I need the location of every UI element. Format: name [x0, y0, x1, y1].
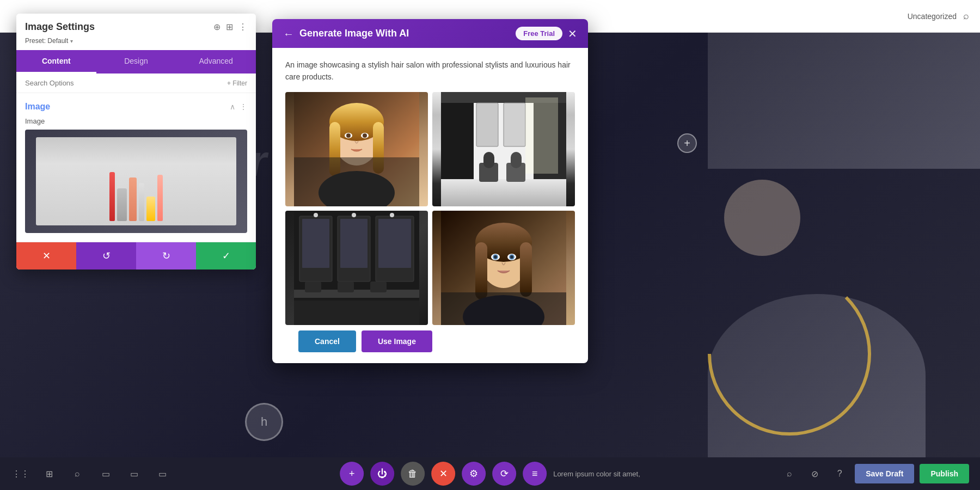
search-btn-right[interactable]: ⌕ [780, 464, 799, 483]
svg-point-35 [314, 213, 318, 217]
list-button[interactable]: ≡ [523, 462, 547, 486]
ai-prompt-text: An image showcasing a stylish hair salon… [285, 59, 575, 83]
search-icon[interactable]: ⌕ [68, 464, 87, 483]
close-modal-button[interactable]: ✕ [568, 28, 577, 39]
power-button[interactable]: ⏻ [370, 462, 394, 486]
product-bottle-1 [109, 172, 115, 221]
section-title: Image [25, 102, 50, 112]
svg-rect-21 [504, 103, 525, 146]
svg-rect-19 [511, 152, 522, 168]
ai-modal-title-group: ← Generate Image With AI [283, 28, 409, 39]
circle-nav-button[interactable]: h [245, 403, 283, 441]
product-bottle-5 [146, 197, 155, 221]
tab-content[interactable]: Content [16, 50, 96, 74]
ai-modal-header-right: Free Trial ✕ [516, 27, 577, 40]
save-draft-button[interactable]: Save Draft [855, 464, 914, 483]
free-trial-badge[interactable]: Free Trial [516, 27, 562, 40]
publish-button[interactable]: Publish [920, 464, 969, 483]
tablet-icon[interactable]: ▭ [124, 464, 144, 483]
svg-rect-34 [294, 301, 419, 325]
back-button[interactable]: ← [283, 28, 294, 39]
settings-button[interactable]: ⚙ [462, 462, 486, 486]
search-options-bar: + Filter [16, 74, 256, 93]
delete-button[interactable]: 🗑 [401, 462, 425, 486]
search-options-input[interactable] [25, 79, 223, 87]
svg-rect-20 [476, 103, 498, 146]
product-bottle-6 [157, 175, 163, 221]
ai-image-2 [432, 92, 575, 206]
canvas-add-button[interactable]: + [677, 133, 697, 153]
product-bottle-3 [129, 177, 137, 221]
ai-image-cell-4[interactable] [432, 211, 575, 325]
bottom-toolbar-left: ⋮⋮ ⊞ ⌕ ▭ ▭ ▭ [11, 464, 172, 483]
svg-point-8 [363, 133, 367, 138]
bottom-toolbar-right: ⌕ ⊘ ? Save Draft Publish [780, 464, 969, 483]
bottom-toolbar: ⋮⋮ ⊞ ⌕ ▭ ▭ ▭ + ⏻ 🗑 ✕ ⚙ ⟳ ≡ Lorem ipsum c… [0, 457, 980, 490]
panel-preset: Preset: Default ▾ [16, 37, 256, 50]
search-icon-top[interactable]: ⌕ [963, 10, 969, 22]
expand-icon[interactable]: ⊕ [213, 22, 220, 32]
add-element-button[interactable]: + [340, 462, 364, 486]
panel-body: Image ∧ ⋮ Image [16, 93, 256, 242]
menu-icon[interactable]: ⋮⋮ [11, 464, 30, 483]
ai-image-grid [285, 92, 575, 325]
redo-button[interactable]: ↻ [136, 242, 196, 270]
mobile-icon[interactable]: ▭ [152, 464, 172, 483]
filter-button[interactable]: + Filter [227, 79, 247, 87]
desktop-icon[interactable]: ▭ [96, 464, 115, 483]
ai-use-image-button[interactable]: Use Image [362, 330, 432, 352]
circle-element-right [724, 180, 800, 256]
ai-image-3 [285, 211, 428, 325]
uncategorized-label: Uncategorized [908, 12, 957, 21]
svg-point-36 [352, 213, 356, 217]
ai-modal-body: An image showcasing a stylish hair salon… [272, 48, 588, 363]
bg-blob-1 [708, 33, 980, 169]
svg-rect-17 [483, 152, 494, 168]
image-field-label: Image [25, 117, 247, 125]
svg-rect-29 [378, 219, 411, 268]
ai-image-cell-3[interactable] [285, 211, 428, 325]
svg-rect-41 [475, 242, 487, 299]
more-icon[interactable]: ⋮ [238, 22, 247, 32]
help-btn[interactable]: ? [830, 464, 849, 483]
ai-image-4 [432, 211, 575, 325]
ai-modal-footer: Cancel Use Image [285, 325, 575, 352]
image-preview-inner [25, 130, 247, 233]
section-more-icon[interactable]: ⋮ [240, 102, 247, 111]
svg-point-45 [494, 255, 497, 259]
tab-advanced[interactable]: Advanced [176, 50, 256, 74]
bottom-toolbar-center: + ⏻ 🗑 ✕ ⚙ ⟳ ≡ Lorem ipsum color sit amet… [340, 462, 640, 486]
grid-icon[interactable]: ⊞ [39, 464, 59, 483]
close-button[interactable]: ✕ [431, 462, 455, 486]
svg-point-48 [510, 255, 513, 259]
refresh-button[interactable]: ⟳ [492, 462, 516, 486]
svg-rect-15 [441, 179, 566, 206]
cancel-button[interactable]: ✕ [16, 242, 76, 270]
product-bottle-4 [139, 183, 144, 221]
panel-title: Image Settings [25, 21, 95, 33]
ai-modal: ← Generate Image With AI Free Trial ✕ An… [272, 19, 588, 363]
undo-button[interactable]: ↺ [76, 242, 136, 270]
split-icon[interactable]: ⊞ [226, 22, 233, 32]
ai-image-cell-1[interactable] [285, 92, 428, 206]
svg-point-6 [346, 133, 351, 138]
svg-rect-28 [340, 219, 367, 268]
layers-btn[interactable]: ⊘ [805, 464, 824, 483]
svg-rect-32 [338, 281, 354, 292]
ai-image-1 [285, 92, 428, 206]
collapse-icon[interactable]: ∧ [230, 102, 235, 111]
product-bottle-2 [117, 188, 127, 221]
svg-rect-10 [294, 157, 419, 206]
ai-modal-title: Generate Image With AI [299, 28, 409, 39]
confirm-button[interactable]: ✓ [196, 242, 256, 270]
svg-rect-33 [370, 281, 387, 292]
image-section-header: Image ∧ ⋮ [25, 102, 247, 112]
ai-modal-header: ← Generate Image With AI Free Trial ✕ [272, 19, 588, 48]
image-preview[interactable] [25, 130, 247, 233]
panel-footer: ✕ ↺ ↻ ✓ [16, 242, 256, 270]
hair-products-img [36, 137, 236, 225]
svg-rect-31 [305, 281, 321, 292]
ai-cancel-button[interactable]: Cancel [298, 330, 356, 352]
ai-image-cell-2[interactable] [432, 92, 575, 206]
tab-design[interactable]: Design [96, 50, 176, 74]
